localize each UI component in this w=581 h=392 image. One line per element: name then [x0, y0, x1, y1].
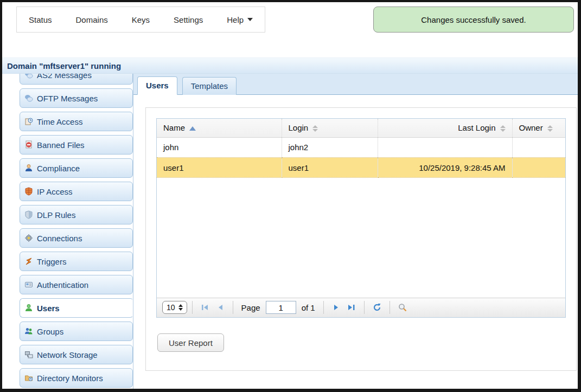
success-alert-text: Changes successfully saved. — [421, 15, 526, 24]
divider — [192, 301, 193, 314]
table-body-area: john john2 user1 user1 10/25/2019, 9:28: — [157, 138, 565, 298]
divider — [364, 301, 365, 314]
main-menu: Status Domains Keys Settings Help — [16, 7, 265, 33]
banned-files-icon — [24, 140, 33, 149]
divider — [233, 301, 233, 314]
sidebar-item-oftp-messages[interactable]: OFTP Messages — [20, 88, 133, 108]
sort-both-icon — [312, 125, 318, 132]
sort-asc-icon — [189, 126, 196, 131]
menu-domains[interactable]: Domains — [76, 15, 108, 24]
column-header-owner[interactable]: Owner — [512, 119, 565, 137]
sidebar-item-label: Users — [37, 304, 60, 313]
column-label: Name — [163, 123, 185, 132]
table-header-row: Name Login Last Login Owne — [157, 119, 565, 137]
users-panel: Name Login Last Login Owne — [145, 107, 577, 371]
sort-both-icon — [500, 125, 506, 132]
page-number-input[interactable] — [266, 301, 296, 314]
previous-page-button[interactable] — [214, 301, 226, 314]
column-header-name[interactable]: Name — [157, 119, 282, 137]
sidebar-item-ip-access[interactable]: IP Access — [20, 182, 133, 201]
messages-icon — [24, 94, 33, 102]
menu-status[interactable]: Status — [29, 15, 52, 24]
users-icon — [24, 304, 33, 312]
column-label: Login — [289, 123, 309, 132]
cell-name: user1 — [157, 158, 282, 178]
sidebar-item-network-storage[interactable]: Network Storage — [20, 345, 133, 364]
page-of-label: of 1 — [302, 303, 315, 312]
next-page-icon — [333, 304, 340, 311]
users-grid: Name Login Last Login Owne — [156, 118, 566, 318]
sidebar-item-as2-messages[interactable]: AS2 Messages — [20, 74, 133, 85]
connections-icon — [24, 234, 33, 242]
last-page-button[interactable] — [346, 301, 357, 314]
tab-templates[interactable]: Templates — [182, 77, 237, 95]
table-row-selected[interactable]: user1 user1 10/25/2019, 9:28:45 AM — [157, 158, 565, 178]
sidebar-item-time-access[interactable]: Time Access — [20, 112, 133, 131]
content-area: Users Templates Name — [133, 74, 578, 389]
sidebar-item-users[interactable]: Users — [20, 298, 133, 318]
dlp-rules-icon — [24, 210, 33, 219]
users-tab-panel: Name Login Last Login Owne — [133, 95, 578, 389]
first-page-button[interactable] — [199, 301, 211, 314]
sidebar-item-authentication[interactable]: Authentication — [20, 275, 133, 294]
cell-last-login: 10/25/2019, 9:28:45 AM — [378, 158, 512, 178]
sidebar: AS2 Messages OFTP Messages Time Access B… — [2, 74, 133, 389]
cell-login: user1 — [282, 158, 378, 178]
divider — [390, 301, 390, 314]
page-size-select[interactable]: 10 — [162, 301, 187, 314]
previous-page-icon — [217, 304, 224, 311]
time-access-icon — [24, 117, 33, 126]
cell-owner — [512, 138, 565, 158]
refresh-button[interactable] — [371, 301, 383, 314]
sidebar-item-banned-files[interactable]: Banned Files — [20, 135, 133, 155]
sidebar-item-label: Directory Monitors — [37, 374, 103, 383]
sort-both-icon — [547, 125, 553, 132]
top-bar: Status Domains Keys Settings Help Change… — [2, 2, 578, 57]
user-report-button[interactable]: User Report — [157, 333, 224, 352]
spinner-arrows-icon — [178, 304, 183, 311]
last-page-icon — [348, 304, 355, 311]
cell-login: john2 — [282, 138, 378, 158]
sidebar-item-label: Compliance — [37, 164, 80, 173]
sidebar-item-label: Triggers — [37, 257, 66, 266]
first-page-icon — [201, 304, 209, 311]
sidebar-item-compliance[interactable]: Compliance — [20, 158, 133, 178]
sidebar-item-label: Authentication — [37, 280, 88, 290]
tab-users[interactable]: Users — [137, 76, 177, 95]
messages-icon — [24, 74, 33, 79]
column-header-login[interactable]: Login — [282, 119, 378, 137]
sidebar-item-label: Groups — [37, 327, 63, 336]
sidebar-item-label: Connections — [37, 234, 82, 243]
sidebar-item-label: Banned Files — [37, 140, 85, 150]
table-row[interactable]: john john2 — [157, 138, 565, 158]
sidebar-item-dlp-rules[interactable]: DLP Rules — [20, 205, 133, 224]
menu-keys[interactable]: Keys — [132, 15, 150, 24]
cell-owner — [512, 158, 565, 178]
column-label: Last Login — [458, 123, 495, 132]
groups-icon — [24, 327, 33, 336]
refresh-icon — [373, 303, 381, 312]
tab-strip: Users Templates — [133, 74, 578, 95]
chevron-down-icon — [247, 18, 253, 21]
page-size-value: 10 — [167, 303, 175, 312]
cell-last-login — [378, 138, 512, 158]
sidebar-item-label: DLP Rules — [37, 210, 75, 220]
compliance-icon — [24, 164, 33, 172]
triggers-icon — [24, 257, 33, 266]
sidebar-item-label: OFTP Messages — [37, 94, 98, 103]
sidebar-item-connections[interactable]: Connections — [20, 228, 133, 248]
menu-help[interactable]: Help — [227, 15, 253, 24]
search-button[interactable] — [397, 301, 408, 314]
app-window: Status Domains Keys Settings Help Change… — [0, 0, 581, 392]
page-label: Page — [241, 303, 260, 312]
menu-settings[interactable]: Settings — [174, 15, 203, 24]
pagination-bar: 10 Page — [157, 298, 565, 317]
sidebar-item-directory-monitors[interactable]: Directory Monitors — [20, 368, 133, 388]
sidebar-item-triggers[interactable]: Triggers — [20, 252, 133, 271]
next-page-button[interactable] — [330, 301, 342, 314]
sidebar-item-label: AS2 Messages — [37, 74, 92, 80]
search-icon — [398, 303, 407, 312]
domain-status-text: Domain "mftserver1" running — [7, 61, 121, 70]
column-header-last-login[interactable]: Last Login — [378, 119, 512, 137]
sidebar-item-groups[interactable]: Groups — [20, 322, 133, 341]
